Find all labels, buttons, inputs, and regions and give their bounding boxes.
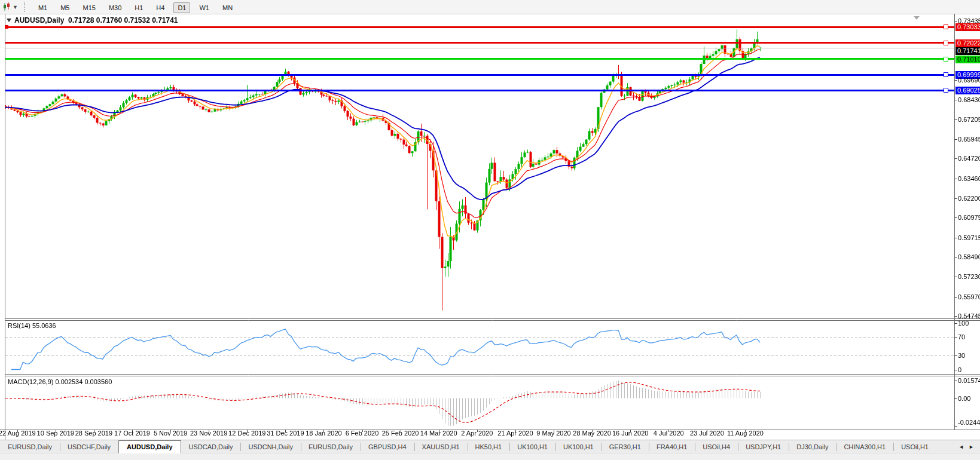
hline-support-0.71010[interactable]	[5, 58, 954, 60]
line-handle[interactable]	[944, 41, 948, 45]
chart-tab-usdcad-daily[interactable]: USDCAD,Daily	[181, 440, 241, 453]
macd-indicator-label: MACD(12,26,9) 0.002534 0.003560	[8, 378, 112, 385]
date-tick-label: 12 Dec 2019	[228, 430, 265, 437]
status-bar	[0, 453, 980, 460]
line-handle[interactable]	[5, 25, 8, 29]
line-handle[interactable]	[944, 24, 948, 29]
chart-tab-bar: EURUSD,DailyUSDCHF,DailyAUDUSD,DailyUSDC…	[0, 440, 980, 453]
price-line-badge: 0.73033	[955, 23, 980, 31]
hline-resistance-0.73033[interactable]	[5, 26, 954, 28]
date-tick-label: 14 Mar 2020	[420, 430, 457, 437]
macd-tick-label: 0.00	[958, 395, 970, 402]
chart-tab-hk50-h1[interactable]: HK50,H1	[468, 440, 510, 453]
chart-title: AUDUSD,Daily 0.71728 0.71760 0.71532 0.7…	[14, 16, 178, 24]
date-tick-label: 6 Feb 2020	[346, 430, 379, 437]
price-tick-label: 0.69690	[958, 76, 980, 84]
price-tick-label: 0.62200	[958, 195, 980, 202]
rsi-tick-label: 30	[958, 352, 965, 359]
chart-tab-china300-h1[interactable]: CHINA300,H1	[836, 440, 893, 453]
line-handle[interactable]	[944, 57, 948, 62]
line-handle[interactable]	[944, 88, 948, 93]
date-tick-label: 2 Apr 2020	[461, 430, 493, 437]
chart-tab-xauusd-h1[interactable]: XAUUSD,H1	[414, 440, 468, 453]
date-tick-label: 4 Jul 2020	[654, 430, 684, 437]
hline-support-0.69999[interactable]	[5, 74, 954, 76]
price-line-badge: 0.72022	[955, 39, 980, 47]
date-tick-label: 23 Nov 2019	[190, 430, 227, 437]
date-tick-label: 25 Feb 2020	[382, 430, 419, 437]
chart-tab-audusd-daily[interactable]: AUDUSD,Daily	[118, 440, 181, 453]
rsi-indicator-label: RSI(14) 55.0636	[8, 322, 56, 329]
price-tick-label: 0.63460	[958, 175, 980, 182]
hline-support-0.69025[interactable]	[5, 90, 954, 91]
chart-tab-gbpusd-h4[interactable]: GBPUSD,H4	[361, 440, 414, 453]
rsi-tick-label: 100	[958, 320, 969, 327]
chart-tab-usdchf-daily[interactable]: USDCHF,Daily	[60, 440, 118, 453]
rsi-tick-label: 0	[958, 366, 961, 373]
date-tick-label: 31 Dec 2019	[267, 430, 304, 437]
date-tick-label: 17 Oct 2019	[114, 430, 150, 437]
chart-tab-ger30-h1[interactable]: GER30,H1	[602, 440, 649, 453]
current-price-badge: 0.71741	[955, 47, 980, 55]
price-tick-label: 0.73435	[958, 17, 980, 24]
date-tick-label: 23 Jul 2020	[690, 430, 724, 437]
rsi-tick-label: 70	[958, 333, 965, 341]
price-tick-label: 0.59715	[958, 234, 980, 241]
price-line-badge: 0.71010	[955, 56, 980, 63]
current-price-line	[5, 48, 954, 48]
date-tick-label: 18 Jan 2020	[306, 430, 342, 437]
price-tick-label: 0.55970	[958, 293, 980, 300]
date-tick-label: 21 Apr 2020	[497, 430, 533, 437]
price-chart-canvas[interactable]	[0, 0, 980, 460]
date-tick-label: 10 Sep 2019	[37, 430, 74, 437]
date-tick-label: 22 Aug 2019	[0, 430, 36, 437]
chart-tab-eurusd-daily[interactable]: EURUSD,Daily	[301, 440, 361, 453]
price-tick-label: 0.67205	[958, 116, 980, 123]
date-tick-label: 5 Nov 2019	[154, 430, 187, 437]
date-tick-label: 9 May 2020	[536, 430, 570, 437]
chart-tab-fra40-h1[interactable]: FRA40,H1	[649, 440, 695, 453]
chart-tab-uk100-h1[interactable]: UK100,H1	[555, 440, 602, 453]
macd-tick-label: 0.015741	[958, 377, 980, 384]
date-tick-label: 28 May 2020	[573, 430, 611, 437]
price-tick-label: 0.65945	[958, 136, 980, 143]
tab-scroll-right-icon[interactable]: ►	[969, 444, 974, 450]
line-handle[interactable]	[944, 72, 948, 77]
symbol-dropdown-icon[interactable]	[7, 19, 11, 22]
date-tick-label: 16 Jun 2020	[612, 430, 649, 437]
macd-tick-label: -0.024412	[958, 419, 980, 426]
chart-tab-usoil-h4[interactable]: USOil,H4	[695, 440, 738, 453]
mt4-terminal-window: ▼ M1M5M15M30H1H4D1W1MN AUDUSD,Daily 0.71…	[0, 0, 980, 460]
date-tick-label: 11 Aug 2020	[727, 430, 764, 437]
chart-tab-usdjpy-h1[interactable]: USDJPY,H1	[738, 440, 789, 453]
price-tick-label: 0.58490	[958, 253, 980, 260]
chart-tab-usoil-h1[interactable]: USOil,H1	[893, 440, 936, 453]
price-tick-label: 0.60975	[958, 214, 980, 221]
chart-tab-usdcnh-daily[interactable]: USDCNH,Daily	[240, 440, 301, 453]
price-tick-label: 0.68430	[958, 96, 980, 103]
price-line-badge: 0.69025	[955, 87, 980, 94]
chart-shift-marker[interactable]	[914, 16, 920, 20]
hline-resistance-0.72022[interactable]	[5, 42, 954, 44]
chart-tab-dj30-daily[interactable]: DJ30,Daily	[789, 440, 836, 453]
price-tick-label: 0.64720	[958, 155, 980, 162]
price-tick-label: 0.54745	[958, 312, 980, 320]
date-tick-label: 28 Sep 2019	[75, 430, 112, 437]
chart-tab-eurusd-daily[interactable]: EURUSD,Daily	[0, 440, 60, 453]
chart-tab-uk100-h1[interactable]: UK100,H1	[509, 440, 555, 453]
tab-scroll-left-icon[interactable]: ◄	[958, 444, 964, 450]
price-tick-label: 0.57230	[958, 273, 980, 280]
